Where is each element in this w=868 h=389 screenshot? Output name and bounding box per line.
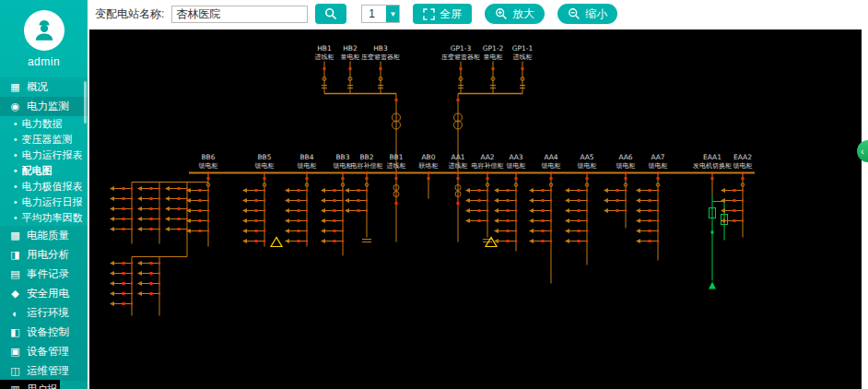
sidebar-item-device-management[interactable]: ▣ 设备管理 (0, 342, 88, 361)
cabinet-label-GP1-2[interactable]: GP1-2 (483, 44, 504, 53)
breaker-indicator (334, 189, 336, 192)
breaker-indicator (334, 199, 336, 202)
gen-arrow-icon (709, 282, 716, 289)
cabinet-name-GP1-3[interactable]: 压变避雷器柜 (441, 53, 480, 61)
feeder-name-BB5[interactable]: 馈电柜 (254, 162, 275, 170)
sidebar-item-operation-management[interactable]: ◫ 运维管理 (0, 361, 88, 381)
feeder-label-BB1[interactable]: BB1 (389, 153, 403, 161)
sidebar-subitem-distribution-diagram[interactable]: • 配电图 (0, 163, 88, 179)
sidebar-subitem-power-extreme-report[interactable]: • 电力极值报表 (0, 179, 88, 194)
sidebar-item-electricity-analysis[interactable]: ◨ 用电分析 (0, 245, 88, 265)
cabinet-label-GP1-1[interactable]: GP1-1 (512, 44, 534, 53)
sidebar-item-power-monitoring[interactable]: ◉ 电力监测 (0, 97, 88, 116)
breaker-indicator (334, 230, 336, 232)
cabinet-label-GP1-3[interactable]: GP1-3 (451, 44, 472, 53)
junction-dot (342, 219, 344, 221)
sidebar-subitem-label: 电力运行报表 (22, 148, 83, 162)
zoom-in-button[interactable]: 放大 (485, 4, 545, 24)
junction-dot (158, 197, 160, 199)
feeder-label-AA6[interactable]: AA6 (618, 153, 632, 161)
breaker-indicator (507, 189, 510, 192)
sidebar-item-user-report[interactable]: ▥ 用户报告 (0, 380, 60, 389)
cabinet-label-HB1[interactable]: HB1 (317, 44, 332, 53)
cabinet-name-HB1[interactable]: 进线柜 (315, 53, 334, 61)
sidebar-subitem-power-data[interactable]: • 电力数据 (0, 116, 88, 132)
feeder-label-BB4[interactable]: BB4 (299, 153, 313, 161)
feeder-name-BB4[interactable]: 馈电柜 (297, 162, 317, 170)
branch-arrow-icon (604, 188, 608, 193)
cabinet-name-HB3[interactable]: 压变避雷器柜 (361, 53, 400, 61)
feeder-label-AA1[interactable]: AA1 (451, 153, 464, 161)
sidebar-item-event-record[interactable]: ▤ 事件记录 (0, 265, 88, 284)
cabinet-label-HB3[interactable]: HB3 (373, 44, 388, 53)
feeder-label-AA4[interactable]: AA4 (544, 153, 557, 161)
feeder-name-AA5[interactable]: 馈电柜 (577, 162, 597, 170)
sidebar-item-operating-environment[interactable]: ◐ 运行环境 (0, 303, 88, 323)
page-select[interactable]: 1 ▼ (361, 5, 400, 23)
search-button[interactable] (315, 4, 346, 24)
station-name-input[interactable] (171, 6, 308, 23)
feeder-name-EAA1[interactable]: 发电机切换柜 (693, 162, 732, 170)
breaker-indicator (150, 218, 153, 220)
feeder-label-AA7[interactable]: AA7 (651, 153, 664, 161)
feeder-label-BB6[interactable]: BB6 (201, 153, 215, 161)
breaker-indicator (199, 219, 202, 222)
feeder-name-AA7[interactable]: 馈电柜 (648, 162, 668, 170)
feeder-name-BB3[interactable]: 馈电柜 (333, 162, 353, 170)
feeder-label-EAA2[interactable]: EAA2 (733, 153, 752, 161)
branch-arrow-icon (529, 218, 534, 223)
junction-dot (586, 240, 588, 242)
sidebar-scrollbar[interactable] (84, 81, 87, 124)
feeder-name-AA6[interactable]: 馈电柜 (616, 162, 636, 170)
feeder-name-AA2[interactable]: 电容补偿柜 (472, 162, 504, 170)
sidebar-item-power-quality[interactable]: ▩ 电能质量 (0, 226, 88, 245)
sidebar-subitem-average-power-factor[interactable]: • 平均功率因数 (0, 210, 88, 226)
junction-dot (131, 282, 133, 284)
branch-arrow-icon (242, 198, 247, 203)
breaker-indicator (428, 177, 430, 180)
feeder-name-BB6[interactable]: 馈电柜 (198, 162, 218, 170)
cabinet-label-HB2[interactable]: HB2 (343, 44, 358, 53)
feeder-label-EAA1[interactable]: EAA1 (703, 153, 721, 161)
sidebar-item-overview[interactable]: ▦ 概况 (0, 77, 88, 97)
feeder-name-EAA2[interactable]: 馈电柜 (733, 162, 753, 170)
sidebar-subitem-transformer-monitoring[interactable]: • 变压器监测 (0, 132, 88, 147)
feeder-label-BB5[interactable]: BB5 (257, 153, 271, 161)
feeder-label-AA2[interactable]: AA2 (480, 153, 494, 161)
cabinet-name-GP1-2[interactable]: 量电柜 (484, 53, 503, 61)
main-panel: 变配电站名称: 1 ▼ 全屏 (88, 0, 868, 389)
junction-dot (625, 189, 627, 191)
cabinet-name-GP1-1[interactable]: 进线柜 (513, 53, 533, 61)
feeder-label-AA5[interactable]: AA5 (580, 153, 593, 161)
feeder-name-AA4[interactable]: 馈电柜 (541, 162, 561, 170)
branch-arrow-icon (565, 218, 569, 223)
one-line-diagram[interactable]: HB1进线柜HB2量电柜HB3压变避雷器柜GP1-3压变避雷器柜GP1-2量电柜… (89, 29, 862, 389)
sidebar-item-safe-electricity[interactable]: ◆ 安全用电 (0, 284, 88, 303)
fullscreen-button[interactable]: 全屏 (413, 4, 472, 24)
junction-dot (342, 240, 344, 242)
feeder-label-BB2[interactable]: BB2 (359, 153, 373, 161)
power-quality-icon: ▩ (9, 230, 21, 242)
sidebar-item-device-control[interactable]: ◧ 设备控制 (0, 323, 88, 342)
feeder-label-AB0[interactable]: AB0 (421, 153, 435, 161)
feeder-label-AA3[interactable]: AA3 (509, 153, 522, 161)
feeder-name-BB2[interactable]: 电容补偿柜 (351, 162, 383, 170)
junction-dot (264, 199, 265, 201)
breaker-indicator (578, 240, 581, 242)
branch-arrow-icon (494, 218, 499, 223)
feeder-name-AB0[interactable]: 联络柜 (419, 162, 439, 170)
sidebar-subitem-label: 电力数据 (22, 117, 63, 131)
feeder-name-BB1[interactable]: 进线柜 (387, 162, 406, 170)
sidebar-item-label: 概况 (27, 80, 48, 94)
diagram-canvas[interactable]: HB1进线柜HB2量电柜HB3压变避雷器柜GP1-3压变避雷器柜GP1-2量电柜… (89, 29, 862, 389)
sidebar-subitem-power-daily-report[interactable]: • 电力运行日报 (0, 194, 88, 210)
feeder-name-AA1[interactable]: 进线柜 (449, 162, 468, 170)
branch-arrow-icon (636, 208, 640, 213)
sidebar-subitem-power-operation-report[interactable]: • 电力运行报表 (0, 147, 88, 163)
cabinet-name-HB2[interactable]: 量电柜 (341, 53, 360, 61)
zoom-out-button[interactable]: 缩小 (557, 4, 617, 24)
feeder-name-AA3[interactable]: 馈电柜 (506, 162, 526, 170)
junction-dot (657, 199, 659, 201)
feeder-label-BB3[interactable]: BB3 (335, 153, 349, 161)
breaker-indicator (457, 202, 460, 205)
